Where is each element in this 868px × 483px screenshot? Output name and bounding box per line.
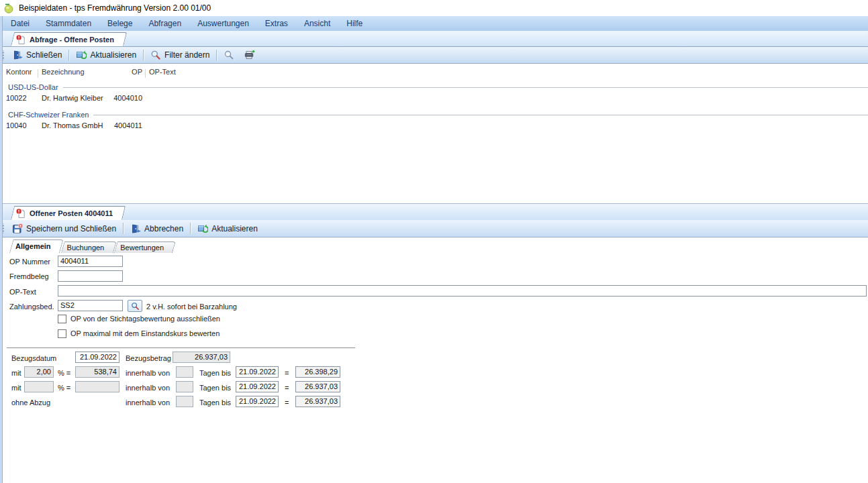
checkbox-stichtagsbewertung[interactable]: [58, 315, 66, 323]
tagen-bis-label: Tagen bis: [199, 369, 231, 377]
percent-eq-label: % =: [58, 369, 70, 377]
bezugsdatum-label: Bezugsdatum: [11, 354, 56, 362]
header-bezeichnung[interactable]: Bezeichnung: [42, 68, 85, 76]
menu-auswertungen[interactable]: Auswertungen: [189, 17, 257, 30]
refresh-button-label: Aktualisieren: [90, 50, 136, 60]
panel1-tabstrip: Abfrage - Offene Posten: [0, 31, 868, 47]
group-row-chf[interactable]: CHF-Schweizer Franken: [0, 109, 868, 120]
skonto1-percent-field: 2,00: [24, 366, 54, 378]
skonto1-amount-field: 538,74: [75, 366, 119, 378]
skonto3-days-field: [176, 396, 193, 407]
panel1-toolbar: Schließen Aktualisieren Filter ändern: [0, 47, 868, 64]
checkbox-stichtagsbewertung-label[interactable]: OP von der Stichtagsbewertung ausschließ…: [70, 315, 220, 323]
toolbar-separator: [123, 223, 124, 234]
menu-belege[interactable]: Belege: [99, 17, 140, 30]
panel1-tab[interactable]: Abfrage - Offene Posten: [11, 32, 124, 46]
zahlungsbed-label: Zahlungsbed.: [9, 303, 54, 311]
panel2-tabstrip: Offener Posten 4004011: [0, 203, 868, 221]
magnifier-red-icon: [150, 50, 161, 60]
skonto3-result-field: 26.937,03: [295, 396, 340, 407]
panel1-tab-label: Abfrage - Offene Posten: [30, 36, 114, 44]
tab-bewertungen-label: Bewertungen: [120, 244, 164, 252]
magnifier-icon: [224, 50, 234, 60]
zoom-button[interactable]: [219, 48, 239, 62]
menu-datei[interactable]: Datei: [3, 17, 38, 30]
bezugsbetrag-field: 26.937,03: [173, 352, 230, 363]
skonto2-result-field: 26.937,03: [295, 381, 340, 392]
group-row-usd[interactable]: USD-US-Dollar: [0, 82, 868, 93]
fremdbeleg-label: Fremdbeleg: [9, 272, 49, 280]
group-name: CHF-Schweizer Franken: [8, 111, 89, 119]
app-icon: [3, 3, 14, 13]
panel2-toolbar: Speichern und Schließen Abbrechen Aktual…: [0, 220, 868, 237]
tagen-bis-label: Tagen bis: [199, 398, 231, 407]
cell-op: 4004010: [101, 94, 142, 102]
header-op[interactable]: OP: [101, 68, 142, 76]
save-close-button[interactable]: Speichern und Schließen: [7, 222, 121, 235]
header-op-text[interactable]: OP-Text: [149, 68, 176, 76]
zahlungsbed-lookup-button[interactable]: [128, 300, 142, 312]
innerhalb-label: innerhalb von: [126, 398, 170, 407]
filter-change-button[interactable]: Filter ändern: [146, 48, 214, 62]
skonto3-date-field[interactable]: 21.09.2022: [236, 396, 279, 407]
skonto2-days-field: [176, 381, 193, 392]
bezugsdatum-field[interactable]: 21.09.2022: [75, 352, 119, 363]
innerhalb-label: innerhalb von: [126, 384, 170, 392]
door-exit-icon: [12, 50, 23, 60]
op-text-label: OP-Text: [9, 288, 36, 296]
skonto2-date-field[interactable]: 21.09.2022: [236, 381, 279, 392]
op-text-field[interactable]: [58, 285, 867, 297]
refresh-button[interactable]: Aktualisieren: [71, 48, 141, 62]
refresh-button-2[interactable]: Aktualisieren: [193, 222, 262, 235]
table-header-row: Kontonr Bezeichnung OP OP-Text: [0, 68, 868, 79]
magnifier-icon: [131, 302, 140, 311]
section-divider: [7, 347, 355, 348]
save-disk-icon: [12, 223, 23, 234]
skonto2-amount-field: [75, 381, 119, 392]
skonto1-date-field[interactable]: 21.09.2022: [236, 366, 279, 378]
menu-stammdaten[interactable]: Stammdaten: [38, 17, 99, 30]
eq-label: =: [285, 384, 289, 392]
checkbox-einstandskurs-label[interactable]: OP maximal mit dem Einstandskurs bewerte…: [70, 329, 220, 337]
fremdbeleg-field[interactable]: [58, 270, 123, 282]
cell-bezeichnung: Dr. Thomas GmbH: [42, 121, 103, 129]
table-row[interactable]: 10040 Dr. Thomas GmbH 4004011: [0, 121, 868, 133]
tab-buchungen-label: Buchungen: [67, 244, 105, 252]
menu-abfragen[interactable]: Abfragen: [140, 17, 189, 30]
header-kontonr[interactable]: Kontonr: [6, 68, 32, 76]
cancel-button[interactable]: Abbrechen: [126, 222, 188, 235]
toolbar-separator: [216, 50, 217, 61]
column-divider: [145, 69, 146, 78]
column-divider: [38, 69, 38, 78]
checkbox-einstandskurs[interactable]: [58, 329, 66, 338]
open-items-table: Kontonr Bezeichnung OP OP-Text USD-US-Do…: [0, 64, 868, 203]
menu-extras[interactable]: Extras: [257, 17, 296, 30]
refresh-icon: [197, 223, 208, 234]
tab-allgemein[interactable]: Allgemein: [9, 239, 60, 253]
toolbar-separator: [190, 223, 191, 234]
group-line: [93, 115, 868, 115]
tab-bewertungen[interactable]: Bewertungen: [114, 241, 173, 253]
op-nummer-field[interactable]: 4004011: [58, 256, 123, 267]
menu-hilfe[interactable]: Hilfe: [338, 17, 371, 30]
panel2-tab[interactable]: Offener Posten 4004011: [11, 206, 122, 220]
tab-buchungen[interactable]: Buchungen: [61, 241, 113, 253]
refresh-button-2-label: Aktualisieren: [211, 224, 258, 233]
close-button[interactable]: Schließen: [7, 48, 66, 62]
cell-op: 4004011: [101, 121, 142, 129]
document-alert-icon: [15, 34, 26, 45]
bezugsbetrag-label: Bezugsbetrag: [126, 354, 171, 362]
menu-ansicht[interactable]: Ansicht: [296, 17, 338, 30]
printer-icon: [244, 50, 255, 60]
skonto2-percent-field: [24, 381, 54, 392]
print-button[interactable]: [239, 48, 260, 62]
table-row[interactable]: 10022 Dr. Hartwig Kleiber 4004010: [0, 94, 868, 105]
eq-label: =: [285, 398, 289, 407]
tab-allgemein-label: Allgemein: [15, 242, 51, 250]
window-left-border: [0, 16, 3, 483]
refresh-icon: [76, 50, 87, 60]
document-alert-icon: [15, 208, 26, 219]
detail-tabs: Allgemein Buchungen Bewertungen: [9, 239, 174, 253]
zahlungsbed-field[interactable]: SS2: [58, 300, 123, 311]
detail-form: Allgemein Buchungen Bewertungen OP Numme…: [0, 237, 868, 483]
